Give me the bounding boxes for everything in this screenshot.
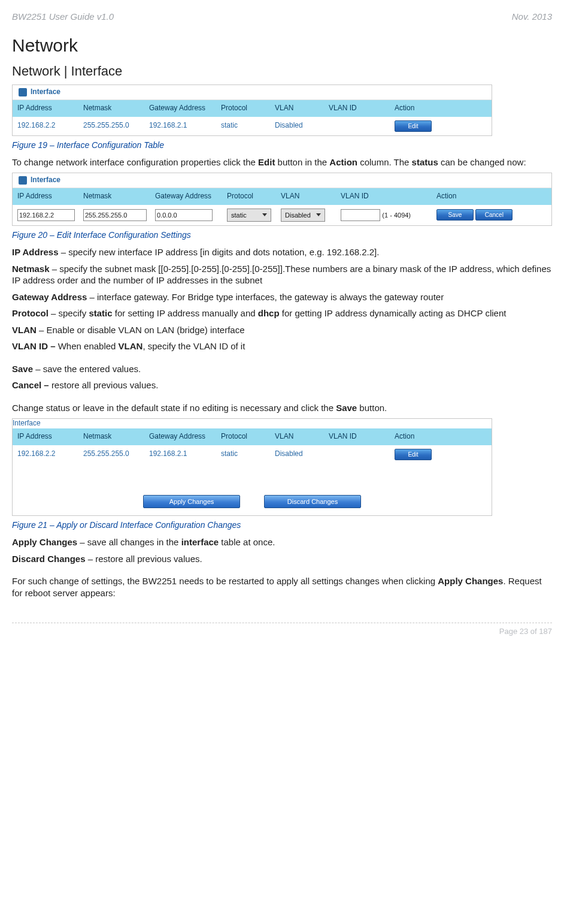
edit-button[interactable]: Edit [395, 449, 432, 460]
h2-network-interface: Network | Interface [12, 63, 552, 80]
desc: for getting IP address dynamically actin… [280, 308, 507, 318]
def-cancel: Cancel – restore all previous values. [12, 379, 552, 391]
col-vlan: VLAN [276, 188, 336, 205]
intro-paragraph: To change network interface configuratio… [12, 156, 552, 168]
apply-changes-button[interactable]: Apply Changes [143, 495, 240, 508]
table-row: 192.168.2.2 255.255.255.0 192.168.2.1 st… [13, 117, 492, 135]
col-action: Action [390, 100, 492, 117]
cell-mask: 255.255.255.0 [78, 117, 144, 134]
cell-gw: 192.168.2.1 [144, 117, 216, 134]
cell-mask: 255.255.255.0 [78, 446, 144, 463]
page-footer: Page 23 of 187 [12, 623, 552, 637]
panel-titlebar: Interface [13, 419, 492, 428]
def-vlan: VLAN – Enable or disable VLAN on LAN (br… [12, 324, 552, 336]
desc: When enabled [58, 341, 119, 351]
text: To change network interface configuratio… [12, 157, 258, 167]
desc: table at once. [219, 537, 275, 547]
vlanid-range: (1 - 4094) [382, 212, 411, 219]
def-save: Save – save the entered values. [12, 363, 552, 375]
term: Gateway Address [12, 292, 87, 302]
term: Save [12, 364, 33, 374]
term: Protocol [12, 308, 48, 318]
cell-proto: static [216, 117, 270, 134]
table-header-row: IP Address Netmask Gateway Address Proto… [13, 100, 492, 117]
interface-table-edit: Interface IP Address Netmask Gateway Add… [12, 173, 552, 226]
bold: dhcp [258, 308, 280, 318]
def-ip: IP Address – specify new interface IP ad… [12, 246, 552, 258]
bold-action: Action [329, 157, 357, 167]
col-ip: IP Address [13, 428, 78, 445]
cell-gw: 192.168.2.1 [144, 446, 216, 463]
netmask-input[interactable] [83, 209, 147, 221]
cell-action: Save Cancel [432, 206, 551, 224]
restart-paragraph: For such change of settings, the BW2251 … [12, 575, 552, 599]
def-apply: Apply Changes – save all changes in the … [12, 536, 552, 548]
doc-title: BW2251 User Guide v1.0 [12, 11, 114, 23]
col-gateway: Gateway Address [144, 428, 216, 445]
vlanid-input[interactable] [341, 209, 380, 221]
bold: Apply Changes [438, 576, 503, 586]
term: Apply Changes [12, 537, 77, 547]
col-ip: IP Address [13, 100, 78, 117]
cell-gw [150, 206, 222, 225]
col-protocol: Protocol [216, 100, 270, 117]
select-value: Disabled [285, 211, 311, 219]
cell-vlan: Disabled [270, 117, 324, 134]
col-action: Action [432, 188, 551, 205]
desc: – save all changes in the [77, 537, 181, 547]
panel-title: Interface [31, 87, 60, 97]
term: IP Address [12, 247, 59, 257]
save-button[interactable]: Save [436, 209, 474, 221]
panel-titlebar: Interface [13, 173, 551, 188]
col-protocol: Protocol [222, 188, 276, 205]
bold-save: Save [336, 403, 357, 413]
col-netmask: Netmask [78, 428, 144, 445]
figure-caption-21: Figure 21 – Apply or Discard Interface C… [12, 520, 552, 530]
bold-edit: Edit [258, 157, 275, 167]
bold: VLAN [119, 341, 143, 351]
col-action: Action [390, 428, 492, 445]
col-vlan: VLAN [270, 428, 324, 445]
def-protocol: Protocol – specify static for setting IP… [12, 307, 552, 319]
cell-mask [78, 206, 150, 225]
cell-ip: 192.168.2.2 [13, 117, 78, 134]
change-paragraph: Change status or leave in the default st… [12, 402, 552, 414]
cell-action: Edit [390, 445, 492, 464]
term: Netmask [12, 264, 50, 274]
edit-button[interactable]: Edit [395, 120, 432, 132]
page-header: BW2251 User Guide v1.0 Nov. 2013 [12, 11, 552, 23]
text: button in the [275, 157, 329, 167]
bold-status: status [412, 157, 438, 167]
text: column. The [357, 157, 412, 167]
cancel-button[interactable]: Cancel [475, 209, 513, 221]
gateway-input[interactable] [155, 209, 213, 221]
desc: – specify the subnet mask [[0-255].[0-25… [12, 264, 551, 286]
desc: – Enable or disable VLAN on LAN (bridge)… [37, 325, 245, 335]
vlan-select[interactable]: Disabled [281, 209, 325, 222]
table-row: 192.168.2.2 255.255.255.0 192.168.2.1 st… [13, 445, 492, 464]
text: can be changed now: [438, 157, 526, 167]
expand-icon [19, 176, 27, 185]
term: Discard Changes [12, 554, 86, 564]
table-header-row: IP Address Netmask Gateway Address Proto… [13, 188, 551, 205]
bold: interface [181, 537, 219, 547]
term: VLAN ID – [12, 341, 58, 351]
bold: static [89, 308, 112, 318]
def-netmask: Netmask – specify the subnet mask [[0-25… [12, 263, 552, 286]
col-vlanid: VLAN ID [324, 100, 390, 117]
chevron-down-icon [316, 213, 321, 216]
desc: – restore all previous values. [86, 554, 202, 564]
expand-icon [19, 88, 27, 96]
figure-caption-20: Figure 20 – Edit Interface Configuration… [12, 230, 552, 240]
cell-vlanid: (1 - 4094) [336, 206, 432, 225]
col-vlanid: VLAN ID [324, 428, 390, 445]
desc: – save the entered values. [33, 364, 141, 374]
cell-ip: 192.168.2.2 [13, 446, 78, 463]
protocol-select[interactable]: static [227, 209, 271, 222]
col-protocol: Protocol [216, 428, 270, 445]
discard-changes-button[interactable]: Discard Changes [264, 495, 361, 508]
figure-caption-19: Figure 19 – Interface Configuration Tabl… [12, 140, 552, 150]
ip-input[interactable] [17, 209, 75, 221]
def-discard: Discard Changes – restore all previous v… [12, 553, 552, 565]
desc: , specify the VLAN ID of it [142, 341, 245, 351]
